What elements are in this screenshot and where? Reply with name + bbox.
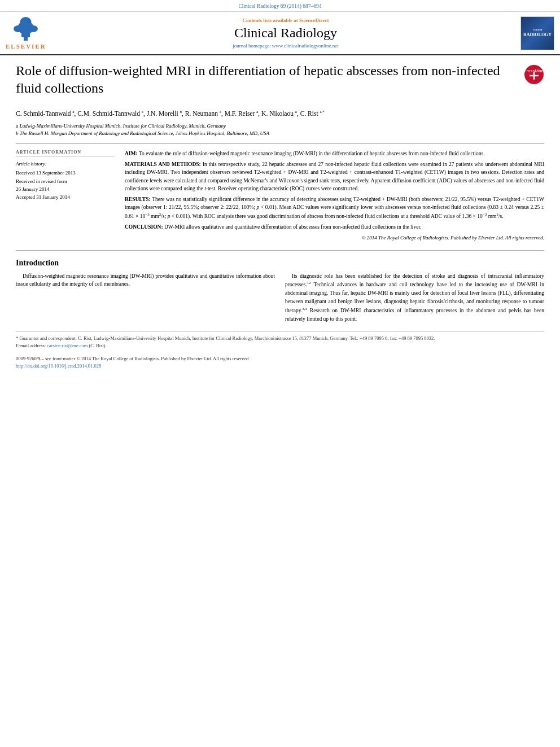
- svg-point-5: [20, 17, 32, 27]
- received-revised-date: Received in revised form26 January 2014: [16, 177, 115, 194]
- header-divider: [16, 143, 544, 144]
- doi-line: http://dx.doi.org/10.1016/j.crad.2014.01…: [16, 362, 544, 370]
- sciencedirect-link-text[interactable]: ScienceDirect: [299, 18, 329, 23]
- introduction-left-col: Diffusion-weighted magnetic resonance im…: [16, 272, 275, 324]
- abstract-text: AIM: To evaluate the role of diffusion-w…: [125, 150, 544, 242]
- email-suffix: (C. Rist).: [89, 343, 106, 348]
- article-title-section: Role of diffusion-weighted MRI in differ…: [16, 62, 544, 102]
- svg-point-4: [29, 25, 38, 32]
- body-divider: [16, 250, 544, 251]
- email-address[interactable]: carsten.rist@me.com: [47, 343, 88, 348]
- page: Clinical Radiology 69 (2014) 687–694 ELS…: [0, 0, 560, 747]
- introduction-title: Introduction: [16, 259, 544, 268]
- footnote-section: * Guarantor and correspondent: C. Rist, …: [16, 331, 544, 350]
- article-title: Role of diffusion-weighted MRI in differ…: [16, 62, 518, 97]
- sciencedirect-notice: Contents lists available at ScienceDirec…: [62, 18, 509, 23]
- crossmark-badge[interactable]: CrossMark: [524, 64, 544, 85]
- journal-logo-area: Clinical RADIOLOGY: [515, 15, 554, 51]
- article-info-col: ARTICLE INFORMATION Article history: Rec…: [16, 150, 115, 242]
- footnote-guarantor: * Guarantor and correspondent: C. Rist, …: [16, 335, 544, 342]
- journal-citation: Clinical Radiology 69 (2014) 687–694: [238, 3, 321, 9]
- received-date: Received 13 September 2013: [16, 169, 115, 177]
- methods-keyword: MATERIALS AND METHODS:: [125, 161, 201, 167]
- bottom-bar: 0009-9260/$ – see front matter © 2014 Th…: [16, 355, 544, 370]
- elsevier-logo: ELSEVIER: [6, 16, 46, 50]
- homepage-url[interactable]: www.clinicalradiologyonline.net: [272, 43, 339, 49]
- abstract-results: RESULTS: There was no statistically sign…: [125, 195, 544, 220]
- results-text: There was no statistically significant d…: [125, 196, 544, 219]
- authors: C. Schmid-Tannwald a, C.M. Schmid-Tannwa…: [16, 108, 544, 119]
- journal-citation-bar: Clinical Radiology 69 (2014) 687–694: [0, 0, 560, 12]
- results-keyword: RESULTS:: [125, 196, 151, 202]
- publisher-logo-area: ELSEVIER: [6, 15, 56, 51]
- article-info-label: ARTICLE INFORMATION: [16, 150, 115, 156]
- abstract-conclusion: CONCLUSION: DW-MRI allows qualitative an…: [125, 223, 544, 231]
- affiliation-b: b The Russell H. Morgan Department of Ra…: [16, 130, 544, 138]
- crossmark-icon: CrossMark: [524, 64, 544, 85]
- elsevier-wordmark: ELSEVIER: [6, 43, 46, 50]
- abstract-copyright: © 2014 The Royal College of Radiologists…: [125, 234, 544, 242]
- intro-right-text: Its diagnostic role has been established…: [285, 272, 544, 324]
- introduction-section: Introduction Diffusion-weighted magnetic…: [16, 259, 544, 324]
- affiliations: a Ludwig-Maximilians-University Hospital…: [16, 123, 544, 138]
- intro-left-text: Diffusion-weighted magnetic resonance im…: [16, 272, 275, 289]
- abstract-col: AIM: To evaluate the role of diffusion-w…: [125, 150, 544, 242]
- footnote-email: E-mail address: carsten.rist@me.com (C. …: [16, 342, 544, 350]
- doi-link[interactable]: http://dx.doi.org/10.1016/j.crad.2014.01…: [16, 363, 101, 369]
- article-body: ARTICLE INFORMATION Article history: Rec…: [16, 150, 544, 242]
- affiliation-a: a Ludwig-Maximilians-University Hospital…: [16, 123, 544, 130]
- issn-line: 0009-9260/$ – see front matter © 2014 Th…: [16, 355, 544, 363]
- conclusion-text: DW-MRI allows qualitative and quantitati…: [164, 224, 421, 230]
- introduction-right-col: Its diagnostic role has been established…: [285, 272, 544, 324]
- accepted-date: Accepted 31 January 2014: [16, 193, 115, 201]
- main-content: Role of diffusion-weighted MRI in differ…: [0, 55, 560, 377]
- journal-title-area: Contents lists available at ScienceDirec…: [62, 15, 509, 51]
- clinical-radiology-logo: Clinical RADIOLOGY: [520, 16, 554, 50]
- journal-header: ELSEVIER Contents lists available at Sci…: [0, 12, 560, 55]
- abstract-aim: AIM: To evaluate the role of diffusion-w…: [125, 150, 544, 158]
- email-label: E-mail address:: [16, 343, 46, 348]
- abstract-methods: MATERIALS AND METHODS: In this retrospec…: [125, 160, 544, 193]
- journal-homepage: journal homepage: www.clinicalradiologyo…: [62, 43, 509, 49]
- article-history: Article history: Received 13 September 2…: [16, 160, 115, 202]
- conclusion-keyword: CONCLUSION:: [125, 224, 163, 230]
- svg-point-3: [14, 25, 23, 32]
- aim-keyword: AIM:: [125, 151, 138, 156]
- aim-text: To evaluate the role of diffusion-weight…: [139, 151, 485, 156]
- history-label: Article history:: [16, 160, 115, 168]
- journal-name: Clinical Radiology: [62, 25, 509, 41]
- elsevier-tree-icon: [10, 16, 41, 42]
- introduction-body: Diffusion-weighted magnetic resonance im…: [16, 272, 544, 324]
